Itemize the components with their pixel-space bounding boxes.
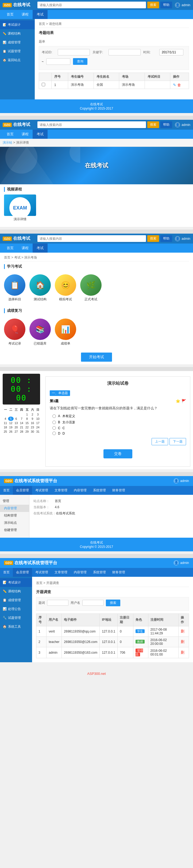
admin-sb-tools[interactable]: 🏠 系统工具 (0, 622, 32, 631)
admin-nav-content[interactable]: 内容管理 (71, 486, 90, 495)
del-user-1[interactable]: 删 (181, 629, 185, 633)
course-card-0[interactable]: EXAM 演示详情 (4, 194, 36, 222)
th-seq-6: 序号 (36, 614, 46, 626)
study-label-1: 测试结构 (34, 297, 46, 302)
date-to-input[interactable] (46, 58, 70, 65)
del-user-3[interactable]: 删 (181, 650, 185, 654)
nav-course[interactable]: 课程 (17, 10, 33, 19)
admin-sb-grade[interactable]: 📋 成绩管理 (0, 596, 32, 604)
admin-sidebar-content[interactable]: 内容管理 (0, 505, 29, 512)
nav-course-3[interactable]: 课程 (17, 244, 33, 253)
svg-point-2 (70, 147, 80, 163)
admin-nav-user[interactable]: 会员管理 (13, 486, 32, 495)
watermark-text: ASP300.net (5, 668, 188, 680)
study-item-2[interactable]: 😊 模拟考试 (55, 274, 76, 302)
admin-sb-notice[interactable]: 📊 处理公告 (0, 604, 32, 614)
sidebar-label-1: 课程结构 (8, 31, 21, 36)
admin-nav-exam-2[interactable]: 考试管理 (32, 568, 51, 577)
help-button[interactable]: 帮助 (160, 2, 172, 8)
admin-nav-finance[interactable]: 财务管理 (109, 486, 128, 495)
admin-nav-system-2[interactable]: 系统管理 (90, 568, 109, 577)
radio-b[interactable] (52, 421, 56, 424)
admin-sb-exam-design[interactable]: 📝 考试设计 (0, 578, 32, 587)
admin-nav-finance-2[interactable]: 财务管理 (109, 568, 128, 577)
nav-exam[interactable]: 考试 (33, 10, 48, 19)
admin-user-2: 👤 admin (173, 560, 189, 565)
admin-nav-article-2[interactable]: 文章管理 (51, 568, 71, 577)
admin-nav-system[interactable]: 系统管理 (90, 486, 109, 495)
admin-header-1: OZO 在线考试系统管理平台 👤 admin (0, 476, 193, 486)
th-ip-6: IP地址 (100, 614, 118, 626)
admin-nav-content-2[interactable]: 内容管理 (71, 568, 90, 577)
td-checkbox[interactable] (39, 81, 51, 89)
admin-sidebar-structure[interactable]: 结构管理 (0, 512, 29, 519)
delete-icon[interactable]: 🗑 (177, 83, 181, 87)
sidebar-item-exam-design[interactable]: 📝 考试设计 (0, 20, 35, 29)
nav-bar-2: 首页 课程 考试 (0, 130, 193, 139)
bookmark-icon[interactable]: ⭐ (176, 399, 180, 403)
del-user-2[interactable]: 删 (181, 640, 185, 644)
prev-question-button[interactable]: 上一题 (152, 438, 168, 445)
review-item-0[interactable]: 🎈 考试记录 (4, 318, 26, 346)
sidebar-item-grade-manage[interactable]: 📊 成绩管理 (0, 38, 35, 47)
admin-user-label-1: admin (180, 479, 189, 483)
section-exam-design: OZO 在线考试 搜索 帮助 👤 admin 首页 课程 考试 📝 考试设计 ✏… (0, 0, 193, 113)
search-button-3[interactable]: 搜索 (147, 235, 159, 242)
study-item-1[interactable]: 🏠 测试结构 (29, 274, 51, 302)
section-demo-page: OZO 在线考试 搜索 帮助 👤 admin 首页 课程 考试 演示站 > 演示… (0, 120, 193, 227)
bc-demo-site[interactable]: 演示站 (3, 141, 12, 145)
user-icon-3: 👤 (175, 236, 180, 241)
search-input[interactable] (37, 2, 146, 8)
cal-d-4-6: 23 (30, 425, 35, 429)
admin-search-button[interactable]: 搜索 (106, 599, 120, 606)
query-button[interactable]: 查询 (73, 58, 87, 65)
cal-d-3-5: 15 (24, 421, 30, 425)
radio-c[interactable] (52, 426, 56, 430)
help-button-3[interactable]: 帮助 (160, 235, 172, 242)
nav-home-3[interactable]: 首页 (3, 244, 17, 253)
user-label-2: admin (182, 123, 190, 127)
search-button-2[interactable]: 搜索 (147, 121, 159, 128)
next-question-button[interactable]: 下一题 (169, 438, 186, 445)
sidebar-item-question-manage[interactable]: 📋 试题管理 (0, 47, 35, 56)
search-input-2[interactable] (37, 121, 146, 128)
admin-form-name-input[interactable] (47, 600, 69, 606)
nav-home[interactable]: 首页 (3, 10, 17, 19)
search-input-3[interactable] (37, 235, 146, 242)
admin-sb-course-struct[interactable]: ✏️ 课程结构 (0, 587, 32, 596)
review-item-1[interactable]: 📚 已错题库 (29, 318, 51, 346)
admin-nav-user-2[interactable]: 会员管理 (13, 568, 32, 577)
admin-nav-home-1[interactable]: 首页 (0, 486, 13, 495)
nav-course-2[interactable]: 课程 (17, 130, 33, 139)
admin-nav-home-2[interactable]: 首页 (0, 568, 13, 577)
sidebar-item-course-structure[interactable]: ✏️ 课程结构 (0, 29, 35, 38)
nav-exam-3[interactable]: 考试 (33, 244, 48, 253)
study-item-3[interactable]: 🌿 正式考试 (80, 274, 102, 302)
admin-sidebar-create[interactable]: 创建管理 (0, 526, 29, 534)
grade-icon: 📊 (3, 41, 6, 44)
sb-icon-2: 📋 (3, 598, 7, 602)
date-from-input[interactable] (159, 49, 183, 56)
review-item-2[interactable]: 📊 成绩单 (55, 318, 76, 346)
nav-home-2[interactable]: 首页 (3, 130, 17, 139)
td-name: 全国 (93, 81, 119, 89)
search-button[interactable]: 搜索 (147, 2, 159, 8)
edit-icon[interactable]: ✎ (173, 83, 176, 87)
keyword-input[interactable] (109, 49, 141, 56)
help-button-2[interactable]: 帮助 (160, 121, 172, 128)
start-exam-button[interactable]: 开始考试 (81, 352, 112, 362)
flag-icon[interactable]: 🚩 (182, 399, 186, 403)
nav-exam-2[interactable]: 考试 (33, 130, 48, 139)
study-item-0[interactable]: 📋 选择科目 (4, 274, 26, 302)
exam-id-input[interactable] (58, 49, 90, 56)
admin-form-user-input[interactable] (82, 600, 104, 606)
user-ip-1: 127.0.0.1 (100, 626, 118, 637)
radio-a[interactable] (52, 414, 56, 418)
sidebar-item-back-site[interactable]: 🏠 返回站点 (0, 56, 35, 65)
submit-button[interactable]: 交卷 (104, 449, 132, 458)
radio-d[interactable] (52, 432, 56, 435)
admin-sidebar-demosite[interactable]: 演示站点 (0, 519, 29, 526)
admin-sb-questions[interactable]: 🔧 试题管理 (0, 614, 32, 622)
admin-nav-article[interactable]: 文章管理 (51, 486, 71, 495)
admin-nav-exam[interactable]: 考试管理 (32, 486, 51, 495)
